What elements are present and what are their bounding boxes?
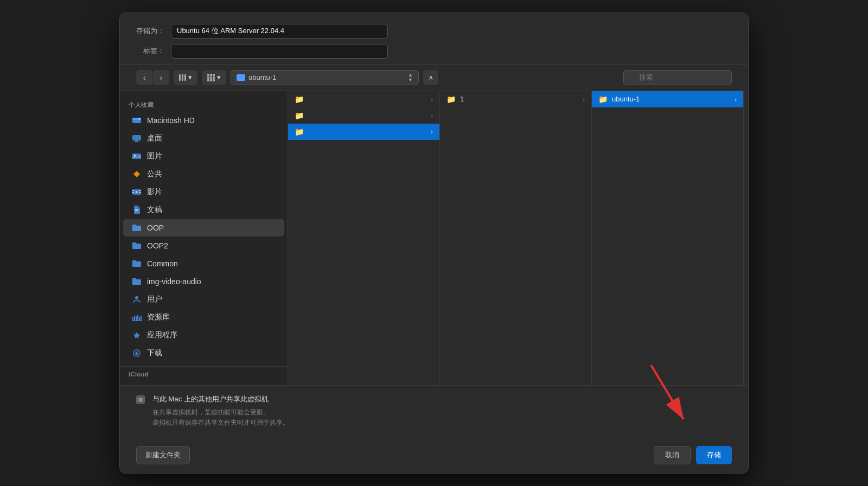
grid-view-chevron: ▾ (217, 73, 221, 81)
share-title: 与此 Mac 上的其他用户共享此虚拟机 (152, 394, 732, 404)
search-input[interactable] (623, 70, 732, 85)
sidebar-item-movies[interactable]: 影片 (123, 183, 284, 201)
file-item-name: 1 (460, 95, 464, 103)
sidebar-item-applications[interactable]: 应用程序 (123, 327, 284, 344)
sidebar-item-label: Macintosh HD (147, 116, 195, 125)
folder-icon (132, 259, 142, 268)
file-column-3: 📁 ubuntu-1 › (592, 91, 744, 385)
column-view-icon (179, 74, 186, 81)
sidebar-item-label: OOP (147, 223, 164, 232)
right-buttons: 取消 存储 (654, 446, 732, 464)
chevron-right-icon: › (431, 112, 433, 119)
sidebar-item-library[interactable]: 资源库 (123, 309, 284, 326)
sidebar-item-oop2[interactable]: OOP2 (123, 237, 284, 254)
photo-icon (132, 151, 142, 161)
file-item[interactable]: 📁 › (288, 107, 439, 124)
location-stepper: ▲ ▼ (408, 73, 413, 82)
forward-button[interactable]: › (153, 70, 169, 85)
svg-rect-18 (134, 316, 135, 321)
svg-point-2 (139, 118, 140, 119)
grid-view-icon (207, 74, 215, 81)
chevron-right-icon: › (431, 96, 433, 103)
person-icon (132, 295, 142, 304)
file-column-1: 📁 › 📁 › 📁 (288, 91, 440, 385)
new-folder-button[interactable]: 新建文件夹 (136, 446, 190, 464)
sidebar-item-label: 公共 (147, 169, 162, 179)
file-column-2: 📁 1 › (440, 91, 592, 385)
location-dropdown[interactable]: ubuntu-1 ▲ ▼ (231, 70, 419, 85)
svg-point-16 (135, 296, 138, 299)
sidebar-item-label: OOP2 (147, 241, 168, 250)
sidebar-item-public[interactable]: 公共 (123, 165, 284, 183)
favorites-label: 个人收藏 (120, 97, 288, 111)
cancel-button[interactable]: 取消 (654, 446, 691, 464)
share-desc: 在共享虚拟机时，某些功能可能会受限。 虚拟机只有保存在共享文件夹时才可用于共享。 (152, 407, 732, 428)
svg-rect-5 (134, 142, 139, 142)
column-view-button[interactable]: ▾ (174, 70, 197, 85)
svg-rect-13 (135, 209, 138, 210)
share-checkbox[interactable] (136, 395, 145, 404)
apps-icon (132, 330, 142, 340)
desktop-icon (132, 133, 142, 143)
share-text: 与此 Mac 上的其他用户共享此虚拟机 在共享虚拟机时，某些功能可能会受限。 虚… (152, 394, 732, 428)
tags-input[interactable] (171, 44, 388, 59)
share-desc-line2: 虚拟机只有保存在共享文件夹时才可用于共享。 (152, 419, 289, 426)
tags-label: 标签： (136, 46, 164, 56)
svg-rect-10 (132, 192, 134, 193)
icloud-label: iCloud (120, 366, 288, 380)
file-item[interactable]: 📁 › (288, 91, 439, 107)
share-desc-line1: 在共享虚拟机时，某些功能可能会受限。 (152, 408, 270, 416)
sidebar-item-common[interactable]: Common (123, 255, 284, 272)
sidebar-item-label: 下载 (147, 348, 162, 358)
nav-buttons: ‹ › (136, 70, 169, 85)
sidebar-item-label: 影片 (147, 187, 162, 197)
folder-icon: 📁 (598, 95, 608, 104)
sidebar-item-oop[interactable]: OOP (123, 219, 284, 236)
sidebar-item-img-video-audio[interactable]: img-video-audio (123, 273, 284, 290)
file-item-selected[interactable]: 📁 › (288, 124, 439, 140)
folder-icon (132, 277, 142, 286)
sidebar-item-documents[interactable]: 文稿 (123, 201, 284, 219)
save-as-label: 存储为： (136, 26, 164, 36)
folder-icon: 📁 (295, 95, 304, 104)
svg-rect-3 (132, 135, 141, 140)
sidebar-item-desktop[interactable]: 桌面 (123, 130, 284, 147)
sidebar-item-label: 用户 (147, 295, 162, 304)
expand-button[interactable]: ∧ (423, 70, 438, 85)
location-inner: ubuntu-1 (237, 73, 276, 81)
file-column-4 (744, 91, 748, 385)
svg-rect-15 (135, 212, 137, 212)
back-button[interactable]: ‹ (136, 70, 152, 85)
toolbar: ‹ › ▾ ▾ (120, 65, 748, 91)
sidebar-item-downloads[interactable]: 下载 (123, 344, 284, 362)
folder-icon: 📁 (295, 127, 304, 136)
drive-icon (132, 116, 142, 125)
filename-input[interactable] (171, 24, 388, 39)
main-area: 个人收藏 Macintosh HD (120, 91, 748, 385)
sidebar-item-users[interactable]: 用户 (123, 291, 284, 308)
library-icon (132, 312, 142, 322)
chevron-right-icon: › (735, 96, 737, 103)
sidebar-item-macintosh-hd[interactable]: Macintosh HD (123, 112, 284, 129)
svg-rect-23 (132, 321, 142, 321)
file-browser: 📁 › 📁 › 📁 (288, 91, 748, 385)
share-section: 与此 Mac 上的其他用户共享此虚拟机 在共享虚拟机时，某些功能可能会受限。 虚… (120, 385, 748, 437)
action-bar: 新建文件夹 取消 存储 (120, 437, 748, 473)
svg-rect-9 (132, 190, 134, 191)
svg-point-7 (134, 154, 136, 156)
grid-view-button[interactable]: ▾ (202, 70, 226, 85)
column-view-chevron: ▾ (188, 73, 192, 81)
file-item[interactable]: 📁 1 › (440, 91, 591, 107)
share-checkbox-inner (138, 398, 143, 402)
svg-rect-12 (139, 192, 141, 193)
sidebar-item-label: 资源库 (147, 312, 170, 322)
chevron-right-icon: › (583, 96, 585, 103)
sidebar-item-label: 应用程序 (147, 330, 177, 340)
sidebar-item-pictures[interactable]: 图片 (123, 148, 284, 165)
download-icon (132, 348, 142, 358)
file-item-name: ubuntu-1 (612, 95, 640, 103)
file-item-ubuntu1[interactable]: 📁 ubuntu-1 › (592, 91, 743, 107)
svg-rect-11 (139, 190, 141, 191)
save-button[interactable]: 存储 (696, 446, 732, 464)
doc-icon (132, 205, 142, 215)
